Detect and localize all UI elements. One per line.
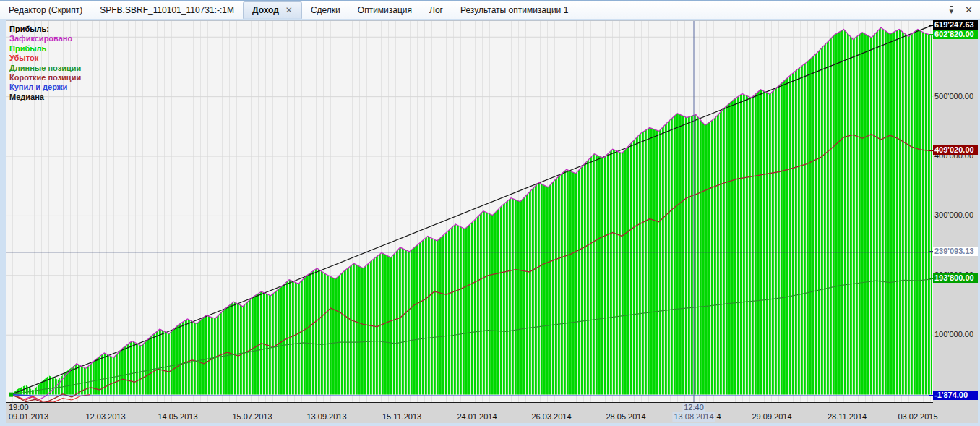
x-tick-label: 15.07.2013 [232, 412, 272, 421]
close-tab-icon[interactable]: ✕ [285, 5, 293, 15]
x-tick-label: 26.03.2014 [531, 412, 571, 421]
current-value-label: 239'093.13 [933, 247, 978, 256]
y-tick-label: 500'000.00 [934, 92, 973, 101]
x-tick-label: 28.05.2014 [606, 412, 645, 421]
crosshair-time: 12:40 [682, 403, 705, 412]
legend-item-long-positions: Длинные позиции [9, 64, 81, 73]
current-value-label: 193'800.00 [933, 273, 978, 283]
tab-label: Сделки [311, 5, 340, 15]
tab-label: Лог [429, 5, 443, 15]
tab-instrument[interactable]: SPFB.SBRF_110101_110731:-:1M [91, 2, 243, 18]
x-tick-label: 03.02.2015 [898, 412, 937, 421]
x-tick-label: 09.01.2013 [9, 412, 48, 421]
current-value-label: 602'820.00 [933, 30, 978, 39]
tab-bar: Редактор (Скрипт)SPFB.SBRF_110101_110731… [0, 1, 980, 19]
tab-trades[interactable]: Сделки [302, 2, 349, 18]
legend-title: Прибыль: [9, 25, 81, 34]
chart-legend: Прибыль: ЗафиксированоПрибыльУбытокДлинн… [9, 25, 81, 102]
income-chart-plot[interactable]: Прибыль: ЗафиксированоПрибыльУбытокДлинн… [6, 20, 933, 404]
tab-strip: Редактор (Скрипт)SPFB.SBRF_110101_110731… [0, 1, 577, 19]
equity-chart [6, 21, 933, 402]
current-value-label: 409'020.00 [933, 145, 978, 155]
x-tick-label: 24.01.2014 [457, 412, 497, 421]
series-start-marker [9, 393, 13, 397]
tab-optimization[interactable]: Оптимизация [349, 2, 421, 18]
x-tick-label: 15.11.2013 [382, 412, 421, 421]
x-tick-label: 29.09.2014 [752, 412, 791, 421]
crosshair-time-label: 12:40 13.08.2014 [672, 403, 715, 422]
close-window-icon[interactable]: ✕ [965, 4, 973, 15]
value-axis: 500'000.00400'000.00300'000.00200'000.00… [933, 20, 978, 403]
current-value-label: 619'247.63 [933, 20, 978, 30]
dock-menu-icon[interactable]: ▾ [950, 6, 954, 14]
current-value-label: -1'874.00 [933, 391, 978, 400]
tab-income[interactable]: Доход✕ [243, 1, 302, 19]
time-axis: 19:00 12:40 13.08.2014 09.01.201312.03.2… [6, 403, 978, 423]
legend-item-median: Медиана [9, 93, 81, 102]
tab-label: Редактор (Скрипт) [9, 5, 82, 15]
tab-label: Оптимизация [358, 5, 412, 15]
y-tick-label: 100'000.00 [934, 330, 973, 339]
legend-item-buy-and-hold: Купил и держи [9, 82, 81, 92]
legend-item-profit: Прибыль [9, 44, 81, 54]
x-tick-label: 14.05.2013 [158, 412, 197, 421]
legend-item-fixed: Зафиксировано [9, 34, 81, 43]
tab-editor-script[interactable]: Редактор (Скрипт) [0, 2, 91, 18]
x-tick-label: 13.09.2013 [306, 412, 346, 421]
tab-label: SPFB.SBRF_110101_110731:-:1M [100, 5, 234, 15]
legend-item-short-positions: Короткие позиции [9, 73, 81, 82]
x-tick-label: 12.03.2013 [85, 412, 125, 421]
tab-label: Доход [252, 5, 279, 15]
tab-log[interactable]: Лог [421, 2, 452, 18]
tab-label: Результаты оптимизации 1 [460, 5, 568, 15]
series-line-buy-and-hold [11, 395, 932, 396]
tab-optimization-results-1[interactable]: Результаты оптимизации 1 [452, 2, 577, 18]
legend-item-loss: Убыток [9, 54, 81, 63]
crosshair-date: 13.08.2014 [672, 412, 715, 422]
window-icons: ▾ ✕ [950, 4, 973, 15]
y-tick-label: 300'000.00 [934, 210, 973, 220]
x-tick-label: 28.11.2014 [828, 412, 867, 421]
first-tick-time: 19:00 [9, 403, 29, 412]
